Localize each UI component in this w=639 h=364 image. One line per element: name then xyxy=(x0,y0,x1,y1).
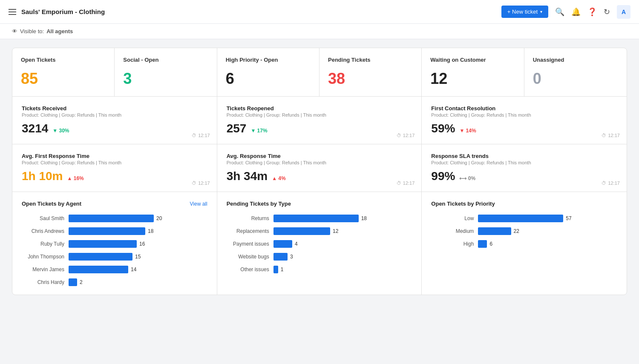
metric-time: ⏱ 12:17 xyxy=(602,133,620,138)
metric-response-sla: Response SLA trends Product: Clothing | … xyxy=(422,144,627,192)
stat-card-title: High Priority - Open xyxy=(226,57,311,63)
bar-label: Ruby Tully xyxy=(22,241,64,247)
header-left: Sauls' Emporium - Clothing xyxy=(9,8,105,15)
list-item: Medium 22 xyxy=(431,227,617,235)
bar-container: 57 xyxy=(478,215,617,222)
stat-card-high-priority: High Priority - Open 6 xyxy=(217,48,320,96)
charts-row: Open Tickets by Agent View all Saul Smit… xyxy=(12,192,627,295)
list-item: Replacements 12 xyxy=(227,227,412,235)
stat-card-value: 85 xyxy=(21,70,106,88)
bar-value: 18 xyxy=(361,215,367,221)
bar-label: Mervin James xyxy=(22,267,64,272)
open-by-agent-chart: Saul Smith 20 Chris Andrews 18 Ruby Tull… xyxy=(22,215,207,286)
bar-value: 2 xyxy=(80,279,83,285)
metric-avg-first-response: Avg. First Response Time Product: Clothi… xyxy=(12,144,217,192)
bar-container: 16 xyxy=(69,240,207,248)
stat-card-value: 0 xyxy=(533,70,618,88)
metric-first-contact-resolution: First Contact Resolution Product: Clothi… xyxy=(422,97,627,144)
stat-card-value: 38 xyxy=(328,70,413,88)
bar-value: 12 xyxy=(333,228,338,234)
bar xyxy=(478,240,487,248)
stat-card-title: Open Tickets xyxy=(21,57,106,63)
bar xyxy=(478,227,511,235)
open-by-priority-chart: Low 57 Medium 22 High 6 xyxy=(431,215,617,248)
metric-time: ⏱ 12:17 xyxy=(397,133,415,138)
clock-icon: ⏱ xyxy=(397,181,401,186)
metric-row-1: Tickets Received Product: Clothing | Gro… xyxy=(12,97,627,144)
bar-label: Website bugs xyxy=(227,254,269,260)
bar-value: 57 xyxy=(566,215,571,221)
metric-avg-response-time: Avg. Response Time Product: Clothing | G… xyxy=(217,144,422,192)
stat-card-unassigned: Unassigned 0 xyxy=(524,48,627,96)
refresh-icon[interactable]: ↻ xyxy=(604,7,610,17)
bar xyxy=(69,266,128,273)
bar-value: 6 xyxy=(489,241,492,247)
stat-card-title: Pending Tickets xyxy=(328,57,413,63)
metric-time: ⏱ 12:17 xyxy=(602,181,620,186)
main-content: Open Tickets 85 Social - Open 3 High Pri… xyxy=(0,39,639,304)
bar xyxy=(69,227,145,235)
metric-tickets-received: Tickets Received Product: Clothing | Gro… xyxy=(12,97,217,144)
visibility-bar: 👁 Visible to: All agents xyxy=(0,24,639,39)
bar-label: High xyxy=(431,241,474,247)
bar-label: Other issues xyxy=(227,267,269,272)
metric-row-2: Avg. First Response Time Product: Clothi… xyxy=(12,144,627,192)
bar-container: 18 xyxy=(69,227,207,235)
metric-time: ⏱ 12:17 xyxy=(192,133,210,138)
avatar[interactable]: A xyxy=(617,5,630,19)
chart-pending-by-type: Pending Tickets by Type Returns 18 Repla… xyxy=(217,192,422,295)
bell-icon[interactable]: 🔔 xyxy=(571,7,581,17)
bar-label: Returns xyxy=(227,215,269,221)
bar xyxy=(273,215,359,222)
bar-label: Low xyxy=(431,215,474,221)
bar xyxy=(273,253,288,261)
search-icon[interactable]: 🔍 xyxy=(555,7,564,17)
stat-cards-row: Open Tickets 85 Social - Open 3 High Pri… xyxy=(12,48,627,97)
clock-icon: ⏱ xyxy=(397,133,401,138)
bar-value: 14 xyxy=(131,267,136,272)
chart-open-by-agent: Open Tickets by Agent View all Saul Smit… xyxy=(12,192,217,295)
bar-container: 12 xyxy=(273,227,412,235)
list-item: Chris Andrews 18 xyxy=(22,227,207,235)
chart-open-by-priority: Open Tickets by Priority Low 57 Medium 2… xyxy=(422,192,627,295)
bar-container: 2 xyxy=(69,278,207,286)
list-item: John Thompson 15 xyxy=(22,253,207,261)
bar xyxy=(478,215,563,222)
bar-label: Saul Smith xyxy=(22,215,64,221)
bar xyxy=(69,240,137,248)
bar-label: Payment issues xyxy=(227,241,269,247)
hamburger-icon[interactable] xyxy=(9,9,16,15)
bar xyxy=(69,278,77,286)
bar-label: Chris Andrews xyxy=(22,228,64,234)
bar-label: Chris Hardy xyxy=(22,279,64,285)
bar-value: 18 xyxy=(148,228,153,234)
bar-value: 3 xyxy=(290,254,293,260)
bar-container: 4 xyxy=(273,240,412,248)
bar-container: 18 xyxy=(273,215,412,222)
bar xyxy=(69,253,132,261)
stat-card-value: 3 xyxy=(123,70,208,88)
bar-value: 4 xyxy=(295,241,298,247)
bar-value: 16 xyxy=(139,241,145,247)
list-item: High 6 xyxy=(431,240,617,248)
stat-card-pending-tickets: Pending Tickets 38 xyxy=(320,48,422,96)
list-item: Low 57 xyxy=(431,215,617,222)
bar-label: Medium xyxy=(431,228,474,234)
new-ticket-button[interactable]: + New ticket ▾ xyxy=(501,6,548,18)
bar-value: 20 xyxy=(156,215,162,221)
bar-value: 22 xyxy=(514,228,519,234)
view-all-link[interactable]: View all xyxy=(190,201,207,207)
bar xyxy=(273,227,330,235)
list-item: Chris Hardy 2 xyxy=(22,278,207,286)
bar-container: 22 xyxy=(478,227,617,235)
dashboard: Open Tickets 85 Social - Open 3 High Pri… xyxy=(12,48,627,295)
bar-container: 6 xyxy=(478,240,617,248)
bar-label: John Thompson xyxy=(22,254,64,260)
bar-value: 1 xyxy=(281,267,284,272)
header-right: + New ticket ▾ 🔍 🔔 ❓ ↻ A xyxy=(501,5,630,19)
bar xyxy=(273,240,292,248)
list-item: Ruby Tully 16 xyxy=(22,240,207,248)
stat-card-title: Waiting on Customer xyxy=(430,57,515,63)
bar xyxy=(69,215,154,222)
help-icon[interactable]: ❓ xyxy=(587,7,597,17)
